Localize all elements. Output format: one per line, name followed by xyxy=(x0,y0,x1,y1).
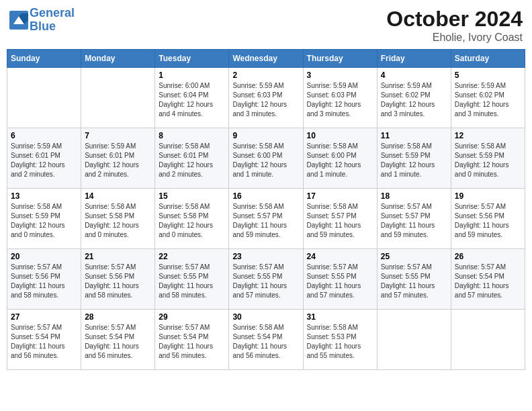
day-info: Sunrise: 5:59 AM Sunset: 6:01 PM Dayligh… xyxy=(11,142,77,179)
day-info: Sunrise: 5:57 AM Sunset: 5:56 PM Dayligh… xyxy=(11,263,77,300)
day-info: Sunrise: 5:58 AM Sunset: 5:59 PM Dayligh… xyxy=(11,202,77,240)
logo-text: General Blue xyxy=(30,7,75,34)
calendar-cell: 5Sunrise: 5:59 AM Sunset: 6:02 PM Daylig… xyxy=(451,68,525,128)
page-header: General Blue October 2024 Eholie, Ivory … xyxy=(7,7,525,44)
calendar-cell: 17Sunrise: 5:58 AM Sunset: 5:57 PM Dayli… xyxy=(303,189,377,249)
calendar-cell: 10Sunrise: 5:58 AM Sunset: 6:00 PM Dayli… xyxy=(303,128,377,189)
calendar-cell xyxy=(451,310,525,370)
day-number: 10 xyxy=(307,131,373,140)
day-number: 28 xyxy=(85,312,151,322)
day-number: 16 xyxy=(232,191,299,201)
weekday-header-thursday: Thursday xyxy=(303,50,377,68)
day-number: 9 xyxy=(232,131,299,140)
calendar-cell: 20Sunrise: 5:57 AM Sunset: 5:56 PM Dayli… xyxy=(7,249,81,310)
day-number: 3 xyxy=(307,71,373,80)
day-info: Sunrise: 5:58 AM Sunset: 6:01 PM Dayligh… xyxy=(159,142,225,179)
logo-line2: Blue xyxy=(30,19,56,33)
day-info: Sunrise: 5:59 AM Sunset: 6:03 PM Dayligh… xyxy=(307,81,373,119)
calendar-cell xyxy=(377,310,451,370)
calendar-cell: 11Sunrise: 5:58 AM Sunset: 5:59 PM Dayli… xyxy=(377,128,451,189)
day-number: 17 xyxy=(307,191,373,201)
day-number: 26 xyxy=(455,252,521,261)
day-number: 21 xyxy=(85,252,151,261)
calendar-week-row: 27Sunrise: 5:57 AM Sunset: 5:54 PM Dayli… xyxy=(7,310,525,370)
day-number: 13 xyxy=(11,191,77,201)
day-number: 5 xyxy=(455,71,521,80)
calendar-week-row: 6Sunrise: 5:59 AM Sunset: 6:01 PM Daylig… xyxy=(7,128,525,189)
calendar-cell: 9Sunrise: 5:58 AM Sunset: 6:00 PM Daylig… xyxy=(229,128,303,189)
calendar-cell: 26Sunrise: 5:57 AM Sunset: 5:54 PM Dayli… xyxy=(451,249,525,310)
logo: General Blue xyxy=(9,7,75,34)
logo-line1: General xyxy=(30,6,75,19)
day-info: Sunrise: 6:00 AM Sunset: 6:04 PM Dayligh… xyxy=(159,81,225,119)
day-info: Sunrise: 5:57 AM Sunset: 5:55 PM Dayligh… xyxy=(159,263,225,300)
day-number: 30 xyxy=(232,312,299,322)
day-info: Sunrise: 5:57 AM Sunset: 5:54 PM Dayligh… xyxy=(11,323,77,361)
day-info: Sunrise: 5:57 AM Sunset: 5:55 PM Dayligh… xyxy=(381,263,447,300)
day-info: Sunrise: 5:59 AM Sunset: 6:02 PM Dayligh… xyxy=(455,81,521,119)
calendar-cell: 7Sunrise: 5:59 AM Sunset: 6:01 PM Daylig… xyxy=(81,128,155,189)
day-number: 24 xyxy=(307,252,373,261)
day-info: Sunrise: 5:57 AM Sunset: 5:54 PM Dayligh… xyxy=(455,263,521,300)
day-info: Sunrise: 5:58 AM Sunset: 5:59 PM Dayligh… xyxy=(455,142,521,179)
calendar-cell: 12Sunrise: 5:58 AM Sunset: 5:59 PM Dayli… xyxy=(451,128,525,189)
calendar-week-row: 1Sunrise: 6:00 AM Sunset: 6:04 PM Daylig… xyxy=(7,68,525,128)
weekday-header-row: SundayMondayTuesdayWednesdayThursdayFrid… xyxy=(7,50,525,68)
calendar-cell: 15Sunrise: 5:58 AM Sunset: 5:58 PM Dayli… xyxy=(155,189,229,249)
day-number: 29 xyxy=(159,312,225,322)
day-number: 4 xyxy=(381,71,447,80)
day-info: Sunrise: 5:58 AM Sunset: 6:00 PM Dayligh… xyxy=(307,142,373,179)
calendar-week-row: 13Sunrise: 5:58 AM Sunset: 5:59 PM Dayli… xyxy=(7,189,525,249)
day-number: 22 xyxy=(159,252,225,261)
day-number: 6 xyxy=(11,131,77,140)
day-number: 12 xyxy=(455,131,521,140)
day-number: 14 xyxy=(85,191,151,201)
title-block: October 2024 Eholie, Ivory Coast xyxy=(386,7,523,44)
day-number: 2 xyxy=(232,71,299,80)
calendar-cell: 1Sunrise: 6:00 AM Sunset: 6:04 PM Daylig… xyxy=(155,68,229,128)
calendar-cell xyxy=(81,68,155,128)
weekday-header-friday: Friday xyxy=(377,50,451,68)
calendar-cell: 13Sunrise: 5:58 AM Sunset: 5:59 PM Dayli… xyxy=(7,189,81,249)
calendar-cell: 8Sunrise: 5:58 AM Sunset: 6:01 PM Daylig… xyxy=(155,128,229,189)
calendar-cell: 19Sunrise: 5:57 AM Sunset: 5:56 PM Dayli… xyxy=(451,189,525,249)
logo-icon xyxy=(9,11,28,30)
day-number: 8 xyxy=(159,131,225,140)
day-number: 1 xyxy=(159,71,225,80)
calendar-cell: 28Sunrise: 5:57 AM Sunset: 5:54 PM Dayli… xyxy=(81,310,155,370)
day-info: Sunrise: 5:57 AM Sunset: 5:56 PM Dayligh… xyxy=(85,263,151,300)
day-number: 31 xyxy=(307,312,373,322)
day-info: Sunrise: 5:57 AM Sunset: 5:55 PM Dayligh… xyxy=(232,263,299,300)
day-info: Sunrise: 5:57 AM Sunset: 5:54 PM Dayligh… xyxy=(85,323,151,361)
calendar-cell: 3Sunrise: 5:59 AM Sunset: 6:03 PM Daylig… xyxy=(303,68,377,128)
weekday-header-saturday: Saturday xyxy=(451,50,525,68)
calendar-cell: 2Sunrise: 5:59 AM Sunset: 6:03 PM Daylig… xyxy=(229,68,303,128)
day-info: Sunrise: 5:58 AM Sunset: 5:58 PM Dayligh… xyxy=(159,202,225,240)
day-info: Sunrise: 5:58 AM Sunset: 5:53 PM Dayligh… xyxy=(307,323,373,361)
day-number: 27 xyxy=(11,312,77,322)
day-info: Sunrise: 5:59 AM Sunset: 6:03 PM Dayligh… xyxy=(232,81,299,119)
weekday-header-monday: Monday xyxy=(81,50,155,68)
calendar-cell: 24Sunrise: 5:57 AM Sunset: 5:55 PM Dayli… xyxy=(303,249,377,310)
calendar-cell: 25Sunrise: 5:57 AM Sunset: 5:55 PM Dayli… xyxy=(377,249,451,310)
location: Eholie, Ivory Coast xyxy=(386,32,523,44)
weekday-header-wednesday: Wednesday xyxy=(229,50,303,68)
calendar-cell: 23Sunrise: 5:57 AM Sunset: 5:55 PM Dayli… xyxy=(229,249,303,310)
calendar-cell: 18Sunrise: 5:57 AM Sunset: 5:57 PM Dayli… xyxy=(377,189,451,249)
calendar-cell: 16Sunrise: 5:58 AM Sunset: 5:57 PM Dayli… xyxy=(229,189,303,249)
day-number: 15 xyxy=(159,191,225,201)
day-info: Sunrise: 5:58 AM Sunset: 5:58 PM Dayligh… xyxy=(85,202,151,240)
day-info: Sunrise: 5:59 AM Sunset: 6:02 PM Dayligh… xyxy=(381,81,447,119)
weekday-header-tuesday: Tuesday xyxy=(155,50,229,68)
day-number: 11 xyxy=(381,131,447,140)
day-number: 19 xyxy=(455,191,521,201)
calendar-cell: 30Sunrise: 5:58 AM Sunset: 5:54 PM Dayli… xyxy=(229,310,303,370)
calendar-cell: 6Sunrise: 5:59 AM Sunset: 6:01 PM Daylig… xyxy=(7,128,81,189)
day-number: 20 xyxy=(11,252,77,261)
day-number: 25 xyxy=(381,252,447,261)
calendar-cell: 31Sunrise: 5:58 AM Sunset: 5:53 PM Dayli… xyxy=(303,310,377,370)
calendar-cell xyxy=(7,68,81,128)
day-number: 7 xyxy=(85,131,151,140)
day-info: Sunrise: 5:58 AM Sunset: 5:59 PM Dayligh… xyxy=(381,142,447,179)
weekday-header-sunday: Sunday xyxy=(7,50,81,68)
